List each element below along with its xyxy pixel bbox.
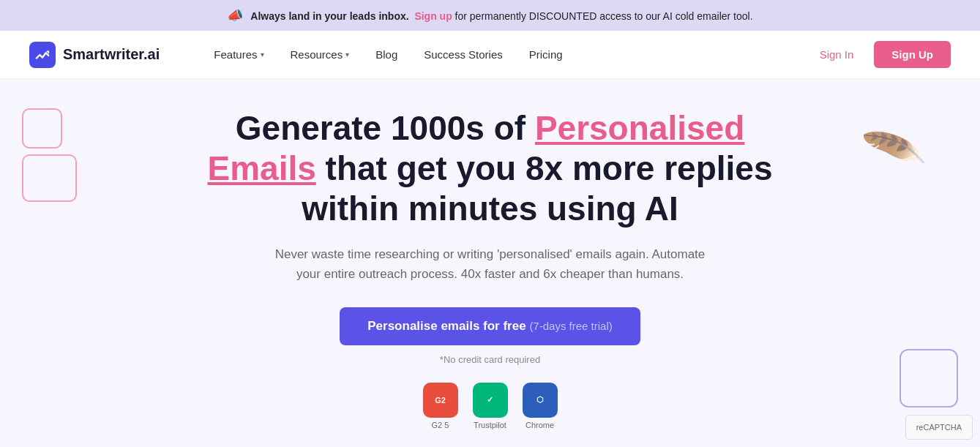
deco-top-left bbox=[22, 108, 77, 202]
megaphone-icon: 📣 bbox=[227, 7, 243, 23]
no-credit-text: *No credit card required bbox=[440, 354, 540, 365]
nav-item-pricing[interactable]: Pricing bbox=[519, 42, 573, 67]
nav-links: Features ▾ Resources ▾ Blog Success Stor… bbox=[203, 42, 810, 67]
cta-trial-text: (7-days free trial) bbox=[529, 320, 612, 332]
nav-actions: Sign In Sign Up bbox=[811, 41, 951, 68]
hero-heading-before: Generate 1000s of bbox=[236, 109, 535, 147]
g2-label: G2 5 bbox=[432, 421, 449, 429]
logo-link[interactable]: Smartwriter.ai bbox=[29, 42, 160, 68]
banner-rest-text: for permanently DISCOUNTED access to our… bbox=[452, 10, 753, 22]
chevron-down-icon: ▾ bbox=[345, 50, 349, 59]
logo-text: Smartwriter.ai bbox=[63, 46, 160, 63]
deco-box-1 bbox=[22, 108, 62, 149]
deco-box-3 bbox=[899, 349, 958, 407]
chrome-icon: ⬡ bbox=[523, 383, 558, 418]
trustpilot-badge: ✓ Trustpilot bbox=[473, 383, 508, 429]
g2-icon: G2 bbox=[423, 383, 458, 418]
social-proof-badges: G2 G2 5 ✓ Trustpilot ⬡ Chrome bbox=[423, 383, 558, 429]
nav-item-success-stories[interactable]: Success Stories bbox=[414, 42, 513, 67]
chrome-badge: ⬡ Chrome bbox=[523, 383, 558, 429]
chevron-down-icon: ▾ bbox=[261, 50, 264, 59]
chrome-label: Chrome bbox=[525, 421, 554, 429]
nav-item-features[interactable]: Features ▾ bbox=[203, 42, 274, 67]
top-banner: 📣 Always land in your leads inbox. Sign … bbox=[0, 0, 980, 31]
hero-section: 🪶 Generate 1000s of Personalised Emails … bbox=[0, 79, 980, 447]
deco-bottom-right bbox=[899, 349, 958, 407]
nav-item-blog[interactable]: Blog bbox=[365, 42, 408, 67]
cta-main-text: Personalise emails for free bbox=[367, 319, 525, 333]
main-nav: Smartwriter.ai Features ▾ Resources ▾ Bl… bbox=[0, 31, 980, 79]
banner-signup-link[interactable]: Sign up bbox=[414, 10, 452, 22]
g2-badge: G2 G2 5 bbox=[423, 383, 458, 429]
cta-button[interactable]: Personalise emails for free (7-days free… bbox=[340, 307, 640, 345]
deco-box-2 bbox=[22, 154, 77, 202]
signin-button[interactable]: Sign In bbox=[811, 42, 863, 67]
signup-button[interactable]: Sign Up bbox=[874, 41, 951, 68]
hero-heading-after: that get you 8x more replies within minu… bbox=[302, 149, 772, 228]
trustpilot-label: Trustpilot bbox=[474, 421, 506, 429]
banner-main-text: Always land in your leads inbox. bbox=[250, 10, 408, 22]
nav-item-resources[interactable]: Resources ▾ bbox=[280, 42, 360, 67]
feather-icon: 🪶 bbox=[859, 115, 929, 182]
logo-icon bbox=[29, 42, 56, 68]
hero-subtext: Never waste time researching or writing … bbox=[271, 244, 710, 284]
trustpilot-icon: ✓ bbox=[473, 383, 508, 418]
recaptcha-widget: reCAPTCHA bbox=[905, 415, 973, 440]
hero-heading: Generate 1000s of Personalised Emails th… bbox=[205, 108, 776, 230]
